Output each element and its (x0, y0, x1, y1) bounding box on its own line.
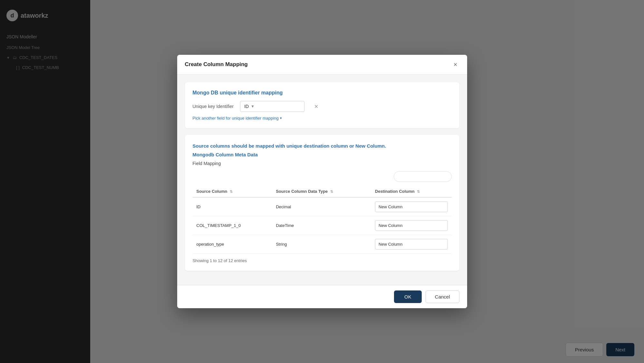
section2-title-line1: Source columns should be mapped with uni… (193, 142, 452, 150)
modal-body: Mongo DB unique identifier mapping Uniqu… (177, 74, 467, 285)
col-header-destination[interactable]: Destination Column ⇅ (371, 186, 451, 197)
table-row: operation_type String New Column (193, 235, 452, 254)
source-col-operation-type: operation_type (193, 235, 272, 254)
id-dropdown[interactable]: ID ▼ (240, 101, 304, 112)
modal-close-button[interactable]: × (452, 61, 459, 68)
ok-button[interactable]: OK (394, 290, 422, 303)
pick-another-text: Pick another field for unique identifier… (193, 116, 279, 121)
search-input[interactable] (394, 171, 452, 182)
id-value: ID (244, 104, 249, 109)
col-header-source[interactable]: Source Column ⇅ (193, 186, 272, 197)
unique-identifier-title: Mongo DB unique identifier mapping (193, 90, 452, 96)
source-col-timestamp: COL_TIMESTAMP_1_0 (193, 216, 272, 235)
showing-entries-text: Showing 1 to 12 of 12 entries (193, 258, 452, 263)
destination-dropdown-1[interactable]: New Column (375, 220, 447, 231)
clear-id-button[interactable]: ✕ (314, 103, 318, 110)
dropdown-chevron-icon: ▼ (251, 104, 255, 109)
modal-header: Create Column Mapping × (177, 55, 467, 74)
search-bar (193, 171, 452, 182)
modal-footer: OK Cancel (177, 285, 467, 308)
table-row: ID Decimal New Column (193, 197, 452, 216)
col-header-source-label: Source Column (197, 189, 227, 194)
col-header-destination-label: Destination Column (375, 189, 415, 194)
source-columns-section: Source columns should be mapped with uni… (185, 135, 459, 271)
data-type-datetime: DateTime (272, 216, 371, 235)
modal-dialog: Create Column Mapping × Mongo DB unique … (177, 55, 467, 308)
col-header-datatype-label: Source Column Data Type (276, 189, 328, 194)
destination-dropdown-2[interactable]: New Column (375, 239, 447, 250)
sort-icon-datatype: ⇅ (330, 190, 333, 193)
field-mapping-label: Field Mapping (193, 161, 452, 166)
cancel-button[interactable]: Cancel (426, 290, 459, 303)
table-row: COL_TIMESTAMP_1_0 DateTime New Column (193, 216, 452, 235)
destination-dropdown-0[interactable]: New Column (375, 201, 447, 212)
pick-another-link[interactable]: Pick another field for unique identifier… (193, 116, 452, 121)
pick-another-chevron-icon: ▾ (280, 116, 282, 120)
section2-title-line2: Mongodb Column Meta Data (193, 151, 452, 159)
sort-icon-source: ⇅ (230, 190, 233, 193)
unique-key-row: Unique key Identifier ID ▼ ✕ (193, 101, 452, 112)
table-body: ID Decimal New Column COL_TIMESTAMP_1_0 … (193, 197, 452, 254)
destination-select-0[interactable]: New Column (371, 197, 451, 216)
col-header-datatype[interactable]: Source Column Data Type ⇅ (272, 186, 371, 197)
destination-select-2[interactable]: New Column (371, 235, 451, 254)
data-type-string: String (272, 235, 371, 254)
source-col-id: ID (193, 197, 272, 216)
data-type-decimal: Decimal (272, 197, 371, 216)
unique-identifier-section: Mongo DB unique identifier mapping Uniqu… (185, 82, 459, 128)
mapping-table: Source Column ⇅ Source Column Data Type … (193, 186, 452, 254)
sort-icon-destination: ⇅ (417, 190, 420, 193)
modal-title: Create Column Mapping (185, 61, 248, 68)
destination-select-1[interactable]: New Column (371, 216, 451, 235)
modal-overlay[interactable]: Create Column Mapping × Mongo DB unique … (0, 0, 644, 363)
table-header: Source Column ⇅ Source Column Data Type … (193, 186, 452, 197)
unique-key-label: Unique key Identifier (193, 104, 234, 109)
